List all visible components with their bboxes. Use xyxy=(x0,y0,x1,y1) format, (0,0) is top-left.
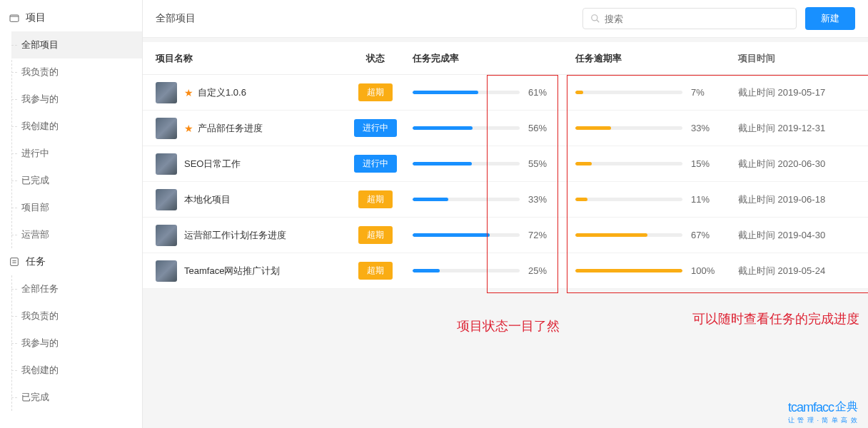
project-deadline: 截止时间 2019-05-17 xyxy=(738,86,855,99)
overdue-value: 15% xyxy=(691,158,720,169)
project-deadline: 截止时间 2019-12-31 xyxy=(738,122,855,135)
overdue-bar xyxy=(575,198,682,201)
table-row[interactable]: SEO日常工作进行中55%15%截止时间 2020-06-30 xyxy=(143,146,868,182)
project-thumbnail xyxy=(156,189,177,210)
sidebar-item[interactable]: 运营部 xyxy=(11,221,142,248)
sidebar-item[interactable]: 项目部 xyxy=(11,194,142,221)
col-header-overdue: 任务逾期率 xyxy=(575,52,738,65)
project-deadline: 截止时间 2019-06-18 xyxy=(738,193,855,206)
project-name: SEO日常工作 xyxy=(184,158,241,170)
svg-point-2 xyxy=(592,15,597,21)
table-row[interactable]: 运营部工作计划任务进度超期72%67%截止时间 2019-04-30 xyxy=(143,218,868,253)
project-deadline: 截止时间 2020-06-30 xyxy=(738,158,855,170)
sidebar-item[interactable]: 已完成 xyxy=(11,384,142,411)
main: 全部项目 新建 项目名称 状态 任务完成率 任务逾期率 项目时间 ★自定义1.0… xyxy=(143,0,868,428)
sidebar-item[interactable]: 进行中 xyxy=(11,140,142,167)
annotation-status: 项目状态一目了然 xyxy=(457,317,560,335)
table-row[interactable]: Teamface网站推广计划超期25%100%截止时间 2019-05-24 xyxy=(143,253,868,289)
project-thumbnail xyxy=(156,260,177,282)
project-deadline: 截止时间 2019-04-30 xyxy=(738,229,855,242)
svg-rect-0 xyxy=(10,15,19,21)
table-row[interactable]: ★产品部任务进度进行中56%33%截止时间 2019-12-31 xyxy=(143,111,868,146)
checklist-icon xyxy=(9,256,20,268)
overdue-value: 67% xyxy=(691,230,720,240)
project-name: 本地化项目 xyxy=(184,193,231,206)
search-icon xyxy=(590,14,600,24)
overdue-bar xyxy=(575,162,682,165)
footer-brand: tcamfacc企典 让 管 理 · 简 单 高 效 xyxy=(788,399,858,425)
project-thumbnail xyxy=(156,153,177,175)
project-thumbnail xyxy=(156,225,177,246)
completion-bar xyxy=(413,162,520,165)
sidebar-item[interactable]: 我参与的 xyxy=(11,86,142,113)
sidebar-item[interactable]: 全部任务 xyxy=(11,275,142,302)
completion-bar xyxy=(413,269,520,272)
overdue-value: 11% xyxy=(691,194,720,205)
overdue-bar xyxy=(575,269,682,272)
sidebar-item[interactable]: 我负责的 xyxy=(11,302,142,330)
overdue-value: 33% xyxy=(691,123,720,133)
status-badge: 超期 xyxy=(358,262,393,280)
page-title: 全部项目 xyxy=(156,12,196,25)
project-thumbnail xyxy=(156,82,177,103)
status-badge: 超期 xyxy=(358,83,393,101)
completion-value: 61% xyxy=(528,87,557,98)
project-name: 运营部工作计划任务进度 xyxy=(184,229,286,242)
table-row[interactable]: 本地化项目超期33%11%截止时间 2019-06-18 xyxy=(143,182,868,218)
col-header-completion: 任务完成率 xyxy=(413,52,575,65)
overdue-value: 100% xyxy=(691,265,720,276)
sidebar-item[interactable]: 我参与的 xyxy=(11,330,142,357)
new-button[interactable]: 新建 xyxy=(805,7,855,30)
sidebar-section-header[interactable]: 项目 xyxy=(0,4,142,31)
sidebar-item[interactable]: 我创建的 xyxy=(11,113,142,140)
topbar: 全部项目 新建 xyxy=(143,0,868,38)
svg-line-3 xyxy=(597,20,600,23)
star-icon: ★ xyxy=(184,123,193,134)
search-input[interactable] xyxy=(605,14,789,24)
project-table: 项目名称 状态 任务完成率 任务逾期率 项目时间 ★自定义1.0.6超期61%7… xyxy=(143,42,868,289)
status-badge: 超期 xyxy=(358,226,393,244)
completion-bar xyxy=(413,233,520,237)
completion-bar xyxy=(413,91,520,94)
project-name: Teamface网站推广计划 xyxy=(184,265,280,277)
completion-value: 72% xyxy=(528,230,557,240)
svg-rect-1 xyxy=(11,258,19,266)
sidebar-item[interactable]: 全部项目 xyxy=(11,31,142,58)
sidebar-item[interactable]: 我创建的 xyxy=(11,357,142,384)
sidebar: 项目全部项目我负责的我参与的我创建的进行中已完成项目部运营部任务全部任务我负责的… xyxy=(0,0,143,428)
project-name: 产品部任务进度 xyxy=(198,122,263,135)
folder-icon xyxy=(9,12,20,24)
completion-value: 25% xyxy=(528,265,557,276)
overdue-bar xyxy=(575,233,682,237)
overdue-value: 7% xyxy=(691,87,720,98)
status-badge: 超期 xyxy=(358,190,393,208)
sidebar-section-header[interactable]: 任务 xyxy=(0,248,142,275)
project-thumbnail xyxy=(156,118,177,139)
completion-value: 33% xyxy=(528,194,557,205)
annotation-progress: 可以随时查看任务的完成进度 xyxy=(692,310,859,327)
status-badge: 进行中 xyxy=(354,119,397,137)
overdue-bar xyxy=(575,126,682,130)
project-deadline: 截止时间 2019-05-24 xyxy=(738,265,855,277)
col-header-name: 项目名称 xyxy=(156,52,338,65)
status-badge: 进行中 xyxy=(354,155,397,173)
table-header: 项目名称 状态 任务完成率 任务逾期率 项目时间 xyxy=(143,42,868,75)
table-row[interactable]: ★自定义1.0.6超期61%7%截止时间 2019-05-17 xyxy=(143,75,868,111)
completion-bar xyxy=(413,198,520,201)
col-header-status: 状态 xyxy=(338,52,413,65)
search-box[interactable] xyxy=(582,8,797,29)
completion-value: 56% xyxy=(528,123,557,133)
sidebar-item[interactable]: 已完成 xyxy=(11,167,142,194)
col-header-time: 项目时间 xyxy=(738,52,855,65)
completion-value: 55% xyxy=(528,158,557,169)
overdue-bar xyxy=(575,91,682,94)
completion-bar xyxy=(413,126,520,130)
star-icon: ★ xyxy=(184,87,193,98)
sidebar-item[interactable]: 我负责的 xyxy=(11,58,142,86)
project-name: 自定义1.0.6 xyxy=(198,86,246,99)
